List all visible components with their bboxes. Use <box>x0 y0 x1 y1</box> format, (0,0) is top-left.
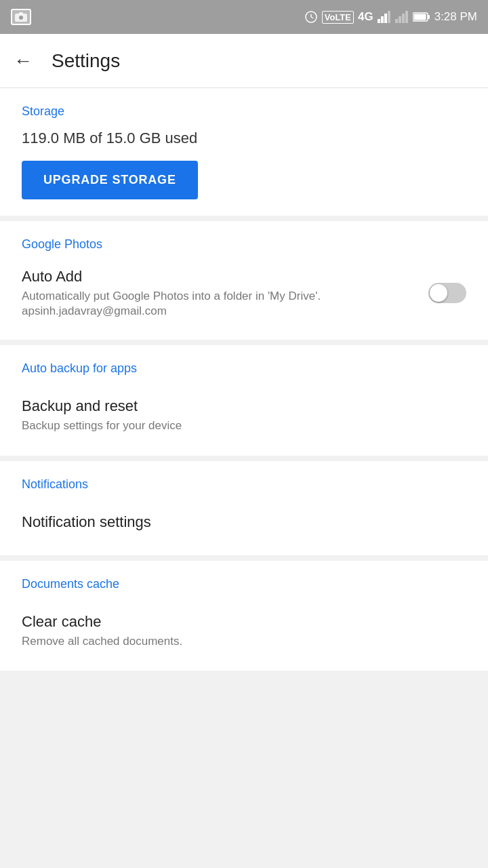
clear-cache-row[interactable]: Clear cache Remove all cached documents. <box>22 602 466 655</box>
photo-icon <box>11 9 31 25</box>
settings-content: Storage 119.0 MB of 15.0 GB used UPGRADE… <box>0 88 488 703</box>
svg-rect-8 <box>384 14 387 23</box>
status-bar-left <box>11 9 31 25</box>
page-title: Settings <box>52 50 120 72</box>
svg-rect-6 <box>378 19 380 23</box>
network-indicator: 4G <box>358 10 373 24</box>
signal2-icon <box>395 11 409 23</box>
time-display: 3:28 PM <box>434 10 477 24</box>
backup-reset-row[interactable]: Backup and reset Backup settings for you… <box>22 387 466 439</box>
storage-used-text: 119.0 MB of 15.0 GB used <box>22 130 466 147</box>
notifications-header: Notifications <box>22 477 466 492</box>
svg-rect-2 <box>19 12 23 14</box>
app-bar: ← Settings <box>0 34 488 88</box>
auto-backup-section: Auto backup for apps Backup and reset Ba… <box>0 345 488 456</box>
auto-add-toggle[interactable] <box>428 283 466 303</box>
auto-add-email: apsinh.jadavray@gmail.com <box>22 304 418 318</box>
back-button[interactable]: ← <box>14 50 33 72</box>
svg-rect-15 <box>428 15 430 19</box>
svg-rect-7 <box>381 16 384 23</box>
battery-icon <box>413 12 430 22</box>
signal-icon <box>378 11 391 23</box>
notifications-section: Notifications Notification settings <box>0 461 488 555</box>
auto-add-title: Auto Add <box>22 268 418 285</box>
svg-rect-10 <box>395 19 398 23</box>
google-photos-section: Google Photos Auto Add Automatically put… <box>0 221 488 340</box>
clear-cache-description: Remove all cached documents. <box>22 633 466 650</box>
svg-rect-13 <box>405 11 408 23</box>
documents-cache-section: Documents cache Clear cache Remove all c… <box>0 561 488 671</box>
status-bar: VoLTE 4G 3:28 PM <box>0 0 488 34</box>
svg-rect-16 <box>413 14 426 20</box>
notification-settings-row[interactable]: Notification settings <box>22 502 466 539</box>
notification-settings-title: Notification settings <box>22 513 466 531</box>
backup-reset-description: Backup settings for your device <box>22 418 466 434</box>
auto-backup-header: Auto backup for apps <box>22 361 466 376</box>
svg-rect-9 <box>388 11 390 23</box>
toggle-thumb <box>430 284 447 302</box>
svg-rect-11 <box>399 16 401 23</box>
storage-header: Storage <box>22 104 466 119</box>
status-bar-right: VoLTE 4G 3:28 PM <box>304 10 477 24</box>
volte-indicator: VoLTE <box>322 11 354 24</box>
clock-icon <box>304 10 318 24</box>
storage-section: Storage 119.0 MB of 15.0 GB used UPGRADE… <box>0 88 488 216</box>
svg-point-1 <box>19 16 23 20</box>
auto-add-description: Automatically put Google Photos into a f… <box>22 288 418 304</box>
auto-add-text: Auto Add Automatically put Google Photos… <box>22 268 418 318</box>
upgrade-storage-button[interactable]: UPGRADE STORAGE <box>22 161 198 199</box>
svg-line-5 <box>311 17 313 18</box>
google-photos-header: Google Photos <box>22 237 466 252</box>
backup-reset-title: Backup and reset <box>22 397 466 415</box>
svg-rect-12 <box>402 14 405 23</box>
documents-cache-header: Documents cache <box>22 577 466 591</box>
auto-add-row: Auto Add Automatically put Google Photos… <box>22 262 466 323</box>
clear-cache-title: Clear cache <box>22 613 466 631</box>
